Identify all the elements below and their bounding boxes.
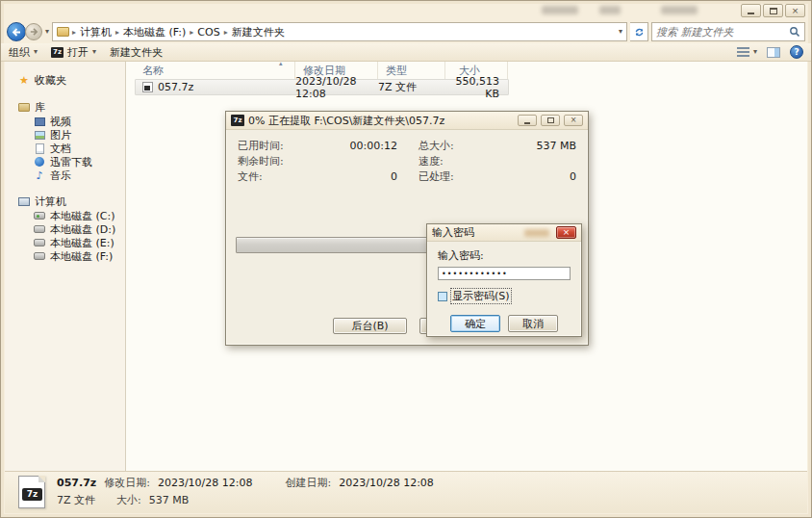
- processed-value: 0: [503, 170, 576, 183]
- change-view-button[interactable]: ▾: [737, 47, 757, 57]
- crumb-separator: ▸: [72, 28, 76, 37]
- picture-icon: [35, 131, 45, 140]
- organize-button[interactable]: 组织 ▾: [9, 45, 38, 60]
- minimize-icon: [748, 13, 754, 14]
- password-dialog-body: 输入密码: •••••••••••• 显示密码(S) 确定 取消: [427, 242, 581, 332]
- column-header-size[interactable]: 大小: [445, 62, 508, 79]
- breadcrumb-item-new-folder[interactable]: 新建文件夹: [229, 25, 288, 39]
- back-button[interactable]: [7, 22, 26, 41]
- new-folder-label: 新建文件夹: [110, 45, 163, 60]
- toolbar-right-icons: ▾ ?: [737, 45, 803, 59]
- redacted-title-text: [661, 6, 698, 14]
- list-view-icon: [737, 47, 749, 57]
- library-icon: [18, 103, 30, 112]
- back-arrow-icon: [12, 27, 22, 38]
- drive-d-label: 本地磁盘 (D:): [50, 222, 115, 237]
- sidebar-item-drive-c[interactable]: 本地磁盘 (C:): [5, 209, 125, 222]
- drive-icon: [34, 239, 45, 246]
- search-input[interactable]: [656, 26, 789, 39]
- column-header-date[interactable]: 修改日期: [295, 62, 378, 79]
- refresh-icon: [634, 27, 645, 38]
- open-button[interactable]: 7z 打开 ▾: [51, 45, 96, 60]
- forward-arrow-icon: [29, 27, 38, 37]
- breadcrumb-item-drive-f[interactable]: 本地磁盘 (F:): [120, 25, 189, 39]
- drive-icon: [34, 252, 45, 260]
- crumb-separator: ▸: [115, 28, 119, 37]
- details-pane: 7z 057.7z 修改日期: 2023/10/28 12:08 创建日期: 2…: [5, 471, 807, 513]
- drive-icon: [34, 225, 45, 233]
- sidebar-item-drive-d[interactable]: 本地磁盘 (D:): [5, 222, 125, 236]
- redacted-title-text: [599, 6, 621, 14]
- chevron-down-icon: ▾: [34, 48, 38, 56]
- breadcrumb-item-cos[interactable]: COS: [194, 26, 222, 39]
- search-box: [651, 22, 805, 41]
- 7z-file-large-icon: 7z: [18, 476, 45, 508]
- elapsed-label: 已用时间:: [238, 139, 322, 153]
- drive-c-label: 本地磁盘 (C:): [50, 209, 114, 223]
- total-size-label: 总大小:: [397, 139, 503, 153]
- file-type-cell: 7Z 文件: [378, 80, 445, 94]
- sidebar-item-drive-e[interactable]: 本地磁盘 (E:): [5, 236, 125, 249]
- maximize-icon: [547, 117, 554, 123]
- cancel-password-button[interactable]: 取消: [508, 315, 558, 332]
- sidebar-item-videos[interactable]: 视频: [5, 115, 125, 128]
- forward-button[interactable]: [25, 23, 42, 40]
- window-controls: ×: [741, 4, 805, 17]
- 7zip-progress-dialog: 7z 0% 正在提取 F:\COS\新建文件夹\057.7z × 已用时间: 0…: [225, 111, 589, 346]
- preview-pane-button[interactable]: [767, 47, 780, 58]
- address-bar: ▾ ▸ 计算机 ▸ 本地磁盘 (F:) ▸ COS ▸ 新建文件夹 ▾: [1, 20, 811, 43]
- new-folder-button[interactable]: 新建文件夹: [110, 45, 163, 60]
- videos-label: 视频: [50, 115, 71, 129]
- sidebar-item-pictures[interactable]: 图片: [5, 128, 125, 142]
- breadcrumb[interactable]: ▸ 计算机 ▸ 本地磁盘 (F:) ▸ COS ▸ 新建文件夹 ▾: [52, 22, 627, 41]
- 7zip-icon: 7z: [231, 115, 244, 126]
- sidebar-item-thunder-downloads[interactable]: 迅雷下载: [5, 155, 125, 168]
- password-input[interactable]: ••••••••••••: [438, 267, 571, 280]
- file-row-057-7z[interactable]: 057.7z 2023/10/28 12:08 7Z 文件 550,513 KB: [135, 79, 509, 95]
- dialog-minimize-button[interactable]: [518, 115, 537, 126]
- spacer: [5, 88, 125, 100]
- open-label: 打开: [67, 45, 89, 60]
- password-close-button[interactable]: ×: [556, 226, 576, 239]
- redacted-title-text: [542, 6, 578, 14]
- history-dropdown[interactable]: ▾: [45, 28, 49, 36]
- sidebar-item-favorites[interactable]: ★ 收藏夹: [5, 73, 125, 88]
- help-button[interactable]: ?: [790, 45, 803, 59]
- background-button[interactable]: 后台(B): [333, 318, 407, 334]
- file-name: 057.7z: [158, 81, 193, 93]
- status-file-name: 057.7z: [57, 477, 96, 489]
- refresh-button[interactable]: [630, 22, 648, 41]
- star-icon: ★: [18, 75, 30, 87]
- dialog-maximize-button[interactable]: [541, 115, 560, 126]
- sidebar-item-libraries[interactable]: 库: [5, 100, 125, 115]
- sidebar-item-drive-f[interactable]: 本地磁盘 (F:): [5, 249, 125, 263]
- show-password-checkbox[interactable]: [438, 292, 447, 301]
- sidebar-item-computer[interactable]: 计算机: [5, 194, 125, 209]
- main-area: ★ 收藏夹 库 视频 图片 文档 迅雷下载: [5, 62, 807, 471]
- search-icon[interactable]: [789, 26, 800, 38]
- documents-label: 文档: [50, 142, 71, 156]
- folder-icon: [57, 27, 69, 37]
- libraries-label: 库: [35, 100, 45, 115]
- breadcrumb-item-computer[interactable]: 计算机: [77, 25, 114, 39]
- restore-button[interactable]: [763, 4, 783, 17]
- address-dropdown[interactable]: ▾: [619, 28, 622, 36]
- sidebar-item-documents[interactable]: 文档: [5, 142, 125, 155]
- spacer: [5, 182, 125, 194]
- 7zip-icon: 7z: [51, 47, 63, 58]
- close-button[interactable]: ×: [785, 4, 805, 17]
- ok-button[interactable]: 确定: [450, 315, 500, 332]
- show-password-label[interactable]: 显示密码(S): [451, 289, 511, 303]
- pictures-label: 图片: [50, 128, 71, 142]
- dialog-close-button[interactable]: ×: [564, 115, 583, 126]
- thunder-download-icon: [35, 157, 44, 167]
- minimize-button[interactable]: [741, 4, 761, 17]
- column-header-name[interactable]: 名称: [135, 62, 295, 79]
- page-fold: [38, 476, 45, 482]
- crumb-separator: ▸: [224, 28, 228, 37]
- elapsed-value: 00:00:12: [322, 140, 397, 152]
- column-header-type[interactable]: 类型: [378, 62, 445, 79]
- document-icon: [36, 143, 44, 154]
- drive-f-label: 本地磁盘 (F:): [50, 249, 113, 264]
- sidebar-item-music[interactable]: ♪ 音乐: [5, 168, 125, 182]
